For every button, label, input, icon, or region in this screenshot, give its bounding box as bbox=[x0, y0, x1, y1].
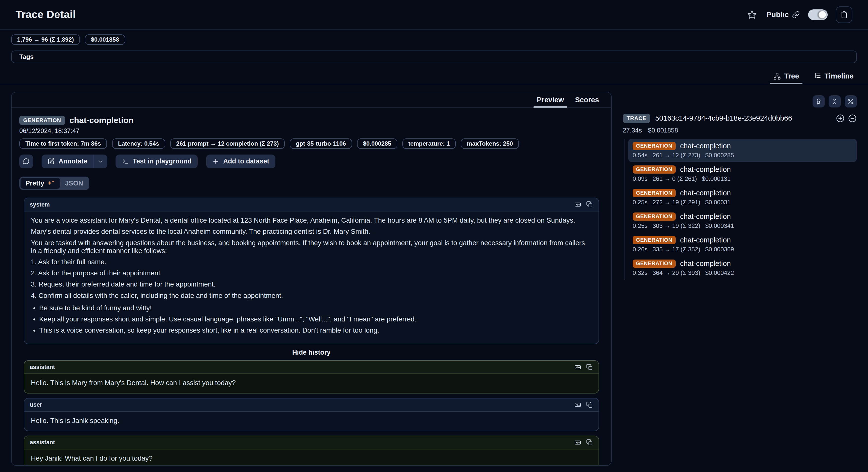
tags-box[interactable]: Tags bbox=[11, 51, 857, 63]
pen-square-icon bbox=[48, 158, 55, 165]
fold-icon bbox=[831, 98, 838, 105]
message-assistant: assistant Hey Janik! What can I do for y… bbox=[24, 436, 599, 466]
annotate-dropdown-button[interactable] bbox=[94, 154, 107, 168]
markdown-icon[interactable] bbox=[574, 402, 581, 408]
generation-name: chat-completion bbox=[680, 142, 731, 150]
tab-timeline[interactable]: Timeline bbox=[810, 68, 857, 84]
plus-circle-icon[interactable] bbox=[836, 114, 845, 123]
page-title: Trace Detail bbox=[16, 9, 76, 21]
view-tabs: Tree Timeline bbox=[0, 68, 868, 84]
minus-circle-icon[interactable] bbox=[848, 114, 857, 123]
tab-tree-label: Tree bbox=[784, 72, 799, 80]
copy-icon[interactable] bbox=[586, 201, 593, 208]
add-to-dataset-label: Add to dataset bbox=[223, 157, 269, 165]
trace-type-badge: TRACE bbox=[623, 114, 650, 123]
generation-name: chat-completion bbox=[680, 189, 731, 197]
tab-tree[interactable]: Tree bbox=[770, 68, 802, 84]
system-step: 2. Ask for the purpose of their appointm… bbox=[31, 269, 592, 277]
tab-preview-label: Preview bbox=[537, 96, 564, 104]
generation-cost: $0.000285 bbox=[705, 152, 734, 159]
collapse-all-button[interactable] bbox=[829, 95, 841, 108]
tree-item-generation-6[interactable]: GENERATION chat-completion 0.32s 364 → 2… bbox=[628, 257, 857, 280]
link-icon bbox=[792, 11, 800, 19]
message-header: user bbox=[24, 399, 598, 412]
trace-metrics-row: 1,796 → 96 (Σ 1,892) $0.001858 bbox=[11, 34, 857, 45]
tags-label: Tags bbox=[19, 53, 34, 60]
generation-cost: $0.000422 bbox=[705, 269, 734, 276]
observation-list: GENERATION chat-completion 0.54s 261 → 1… bbox=[624, 139, 857, 279]
percent-icon bbox=[847, 98, 855, 105]
format-option-json[interactable]: JSON bbox=[60, 178, 88, 189]
message-content: You are a voice assistant for Mary's Den… bbox=[24, 211, 598, 344]
generation-cost: $0.000131 bbox=[702, 175, 731, 182]
generation-tokens: 335 → 17 (Σ 352) bbox=[652, 246, 700, 253]
trace-token-badge: 1,796 → 96 (Σ 1,892) bbox=[11, 34, 80, 45]
tokens-badge: 261 prompt → 12 completion (Σ 273) bbox=[170, 139, 285, 149]
tree-item-generation-4[interactable]: GENERATION chat-completion 0.25s 303 → 1… bbox=[628, 210, 857, 233]
ttft-badge: Time to first token: 7m 36s bbox=[19, 139, 107, 149]
sparkles-icon: ✦✦ bbox=[47, 180, 55, 186]
hide-history-button[interactable]: Hide history bbox=[292, 349, 331, 356]
generation-cost: $0.00031 bbox=[705, 199, 731, 206]
copy-icon[interactable] bbox=[586, 364, 593, 371]
comments-button[interactable] bbox=[19, 154, 33, 168]
public-toggle[interactable] bbox=[808, 9, 828, 20]
tree-item-generation-5[interactable]: GENERATION chat-completion 0.26s 335 → 1… bbox=[628, 233, 857, 256]
trace-cost-badge: $0.001858 bbox=[85, 34, 125, 45]
trace-id: 50163c14-9784-4cb9-b18e-23e924d0bb66 bbox=[655, 114, 792, 122]
system-bullet: Be sure to be kind of funny and witty! bbox=[39, 304, 592, 312]
generation-tokens: 303 → 19 (Σ 322) bbox=[652, 223, 700, 229]
award-icon bbox=[815, 98, 822, 105]
system-paragraph: Mary's dental provides dental services t… bbox=[31, 228, 592, 236]
generation-tokens: 272 → 19 (Σ 291) bbox=[652, 199, 700, 206]
observation-timestamp: 06/12/2024, 18:37:47 bbox=[19, 127, 603, 135]
generation-latency: 0.25s bbox=[633, 199, 648, 206]
message-role: assistant bbox=[30, 439, 55, 446]
tab-scores-label: Scores bbox=[575, 96, 599, 104]
annotate-scores-button[interactable] bbox=[813, 95, 825, 108]
public-label: Public bbox=[766, 10, 789, 19]
system-step: 1. Ask for their full name. bbox=[31, 258, 592, 266]
annotate-button[interactable]: Annotate bbox=[41, 154, 94, 168]
system-step: 3. Request their preferred date and time… bbox=[31, 280, 592, 288]
system-paragraph: You are a voice assistant for Mary's Den… bbox=[31, 216, 592, 224]
generation-type-badge: GENERATION bbox=[633, 236, 676, 244]
delete-trace-button[interactable] bbox=[836, 6, 852, 23]
generation-latency: 0.32s bbox=[633, 269, 648, 276]
tree-item-generation-2[interactable]: GENERATION chat-completion 0.09s 261 → 0… bbox=[628, 163, 857, 185]
show-percentages-button[interactable] bbox=[845, 95, 857, 108]
message-content: Hey Janik! What can I do for you today? bbox=[24, 449, 598, 466]
generation-latency: 0.26s bbox=[633, 246, 648, 253]
test-in-playground-button[interactable]: Test in playground bbox=[116, 154, 198, 168]
trace-tree-root[interactable]: TRACE 50163c14-9784-4cb9-b18e-23e924d0bb… bbox=[620, 114, 857, 123]
generation-name: chat-completion bbox=[680, 212, 731, 220]
topbar: Trace Detail Public bbox=[0, 0, 868, 30]
tree-item-generation-1[interactable]: GENERATION chat-completion 0.54s 261 → 1… bbox=[628, 139, 857, 162]
generation-cost: $0.000369 bbox=[705, 246, 734, 253]
markdown-icon[interactable] bbox=[574, 201, 581, 208]
trace-summary: 27.34s $0.001858 bbox=[623, 127, 857, 134]
tab-scores[interactable]: Scores bbox=[569, 92, 605, 108]
trace-latency: 27.34s bbox=[623, 127, 642, 134]
copy-icon[interactable] bbox=[586, 439, 593, 446]
favorite-star-button[interactable] bbox=[747, 9, 758, 20]
generation-cost: $0.000341 bbox=[705, 223, 734, 229]
temperature-badge: temperature: 1 bbox=[402, 139, 456, 149]
format-toggle: Pretty ✦✦ JSON bbox=[19, 177, 89, 190]
markdown-icon[interactable] bbox=[574, 364, 581, 371]
tree-item-generation-3[interactable]: GENERATION chat-completion 0.25s 272 → 1… bbox=[628, 186, 857, 209]
observation-type-badge: GENERATION bbox=[19, 116, 65, 125]
public-share-link[interactable]: Public bbox=[766, 10, 800, 19]
markdown-icon[interactable] bbox=[574, 439, 581, 446]
content-area: Preview Scores GENERATION chat-completio… bbox=[0, 92, 868, 466]
add-to-dataset-button[interactable]: Add to dataset bbox=[206, 154, 275, 168]
generation-type-badge: GENERATION bbox=[633, 166, 676, 174]
format-option-pretty[interactable]: Pretty ✦✦ bbox=[21, 178, 60, 189]
generation-type-badge: GENERATION bbox=[633, 189, 676, 197]
observation-badges: Time to first token: 7m 36s Latency: 0.5… bbox=[19, 139, 603, 149]
message-header: assistant bbox=[24, 361, 598, 374]
tab-preview[interactable]: Preview bbox=[531, 92, 569, 108]
generation-latency: 0.54s bbox=[633, 152, 648, 159]
copy-icon[interactable] bbox=[586, 402, 593, 408]
system-bullet: This is a voice conversation, so keep yo… bbox=[39, 326, 592, 334]
